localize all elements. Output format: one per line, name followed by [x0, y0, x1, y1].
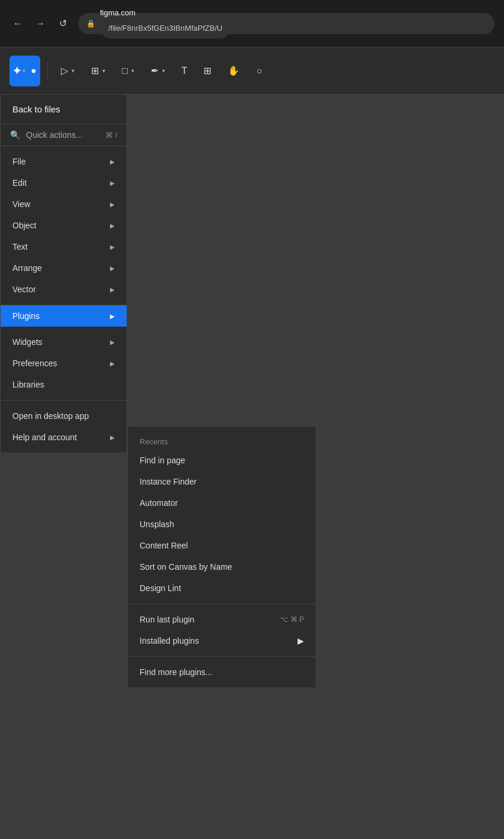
sort-canvas-label: Sort on Canvas by Name: [140, 562, 232, 572]
submenu-content-reel[interactable]: Content Reel: [128, 535, 316, 556]
libraries-label: Libraries: [12, 380, 44, 389]
text-tool[interactable]: T: [176, 59, 193, 83]
menu-bottom-section: Widgets ▶ Preferences ▶ Libraries: [1, 327, 127, 401]
back-to-files-item[interactable]: Back to files: [1, 95, 127, 124]
open-desktop-label: Open in desktop app: [12, 411, 89, 421]
menu-item-widgets[interactable]: Widgets ▶: [1, 331, 127, 353]
pen-tool[interactable]: ✒ ▾: [145, 59, 171, 83]
menu-item-object[interactable]: Object ▶: [1, 215, 127, 236]
run-last-section: Run last plugin ⌥ ⌘ P Installed plugins …: [128, 604, 316, 657]
menu-item-libraries[interactable]: Libraries: [1, 374, 127, 395]
hand-tool[interactable]: ✋: [222, 59, 245, 83]
help-account-label: Help and account: [12, 433, 77, 442]
search-icon: 🔍: [10, 130, 20, 140]
shape-icon: □: [122, 66, 128, 76]
menu-item-help-account[interactable]: Help and account ▶: [1, 427, 127, 448]
toolbar-separator: [47, 62, 48, 80]
browser-chrome: ← → ↺ 🔒 figma.com/file/F8nrBx5fGEn3IBnMf…: [0, 0, 504, 47]
submenu-find-in-page[interactable]: Find in page: [128, 450, 316, 471]
select-icon: ▷: [61, 65, 68, 76]
figma-icon: ✦: [12, 64, 21, 78]
view-label: View: [12, 199, 30, 209]
back-to-files-label: Back to files: [12, 104, 60, 114]
shape-chevron: ▾: [131, 67, 134, 74]
main-area: Back to files 🔍 Quick actions... ⌘ / Fil…: [0, 95, 504, 839]
edit-label: Edit: [12, 178, 27, 188]
unsplash-label: Unsplash: [140, 519, 174, 529]
submenu-instance-finder[interactable]: Instance Finder: [128, 471, 316, 492]
submenu-installed-plugins[interactable]: Installed plugins ▶: [128, 630, 316, 651]
automator-label: Automator: [140, 498, 178, 508]
instance-finder-label: Instance Finder: [140, 477, 197, 486]
submenu-find-more[interactable]: Find more plugins...: [128, 661, 316, 683]
text-chevron: ▶: [110, 244, 115, 250]
edit-chevron: ▶: [110, 180, 115, 186]
quick-actions-label: Quick actions...: [26, 130, 99, 140]
submenu-unsplash[interactable]: Unsplash: [128, 514, 316, 535]
arrange-label: Arrange: [12, 263, 42, 273]
quick-actions-search[interactable]: 🔍 Quick actions... ⌘ /: [1, 124, 127, 146]
vector-chevron: ▶: [110, 286, 115, 293]
text-icon: T: [182, 66, 188, 76]
preferences-label: Preferences: [12, 359, 57, 368]
menu-item-view[interactable]: View ▶: [1, 193, 127, 215]
menu-item-file[interactable]: File ▶: [1, 151, 127, 172]
installed-plugins-label: Installed plugins: [140, 636, 199, 646]
content-reel-label: Content Reel: [140, 541, 188, 550]
run-last-label: Run last plugin: [140, 615, 195, 624]
submenu-sort-canvas[interactable]: Sort on Canvas by Name: [128, 556, 316, 577]
plugins-chevron: ▶: [110, 313, 115, 320]
submenu-design-lint[interactable]: Design Lint: [128, 577, 316, 599]
frame-tool[interactable]: ⊞ ▾: [85, 59, 111, 83]
pen-chevron: ▾: [162, 67, 165, 74]
address-bar[interactable]: 🔒 figma.com/file/F8nrBx5fGEn3IBnMfaPfZB/…: [78, 13, 495, 34]
find-in-page-label: Find in page: [140, 456, 185, 465]
url-path: /file/F8nrBx5fGEn3IBnMfaPfZB/U: [100, 17, 231, 38]
text-label: Text: [12, 242, 28, 251]
forward-button[interactable]: →: [32, 15, 49, 32]
submenu-run-last-plugin[interactable]: Run last plugin ⌥ ⌘ P: [128, 609, 316, 630]
design-lint-label: Design Lint: [140, 583, 181, 593]
comment-icon: ○: [256, 66, 262, 76]
lock-icon: 🔒: [86, 20, 95, 28]
quick-actions-shortcut: ⌘ /: [105, 131, 117, 140]
frame-chevron: ▾: [102, 67, 105, 74]
figma-logo-button[interactable]: ✦ ▾: [9, 56, 40, 86]
widgets-label: Widgets: [12, 337, 43, 347]
shape-tool[interactable]: □ ▾: [116, 59, 140, 83]
recents-label: Recents: [128, 431, 316, 450]
installed-plugins-chevron: ▶: [298, 636, 304, 646]
main-menu: Back to files 🔍 Quick actions... ⌘ / Fil…: [0, 95, 127, 453]
menu-footer: Open in desktop app Help and account ▶: [1, 401, 127, 453]
object-label: Object: [12, 221, 36, 230]
recents-section: Recents Find in page Instance Finder Aut…: [128, 427, 316, 604]
select-tool[interactable]: ▷ ▾: [55, 59, 80, 83]
menu-item-edit[interactable]: Edit ▶: [1, 172, 127, 193]
file-chevron: ▶: [110, 159, 115, 165]
menu-item-arrange[interactable]: Arrange ▶: [1, 257, 127, 279]
object-chevron: ▶: [110, 222, 115, 229]
refresh-button[interactable]: ↺: [54, 15, 71, 32]
frame-icon: ⊞: [91, 65, 99, 76]
view-chevron: ▶: [110, 201, 115, 208]
url-display: figma.com/file/F8nrBx5fGEn3IBnMfaPfZB/U: [100, 8, 231, 38]
menu-item-plugins[interactable]: Plugins ▶: [1, 305, 127, 327]
menu-item-text[interactable]: Text ▶: [1, 236, 127, 257]
components-tool[interactable]: ⊞: [198, 59, 217, 83]
menu-item-preferences[interactable]: Preferences ▶: [1, 353, 127, 374]
menu-item-vector[interactable]: Vector ▶: [1, 279, 127, 300]
browser-nav: ← → ↺: [9, 15, 71, 32]
url-base: figma.com: [100, 8, 135, 17]
file-label: File: [12, 157, 26, 166]
menu-item-open-desktop[interactable]: Open in desktop app: [1, 405, 127, 427]
comment-tool[interactable]: ○: [250, 59, 268, 83]
widgets-chevron: ▶: [110, 339, 115, 346]
run-last-shortcut: ⌥ ⌘ P: [280, 615, 304, 624]
figma-toolbar: ✦ ▾ ▷ ▾ ⊞ ▾ □ ▾ ✒ ▾ T ⊞ ✋ ○: [0, 47, 504, 95]
arrange-chevron: ▶: [110, 265, 115, 272]
figma-menu-chevron: ▾: [22, 67, 25, 74]
preferences-chevron: ▶: [110, 360, 115, 367]
submenu-automator[interactable]: Automator: [128, 492, 316, 514]
back-button[interactable]: ←: [9, 15, 26, 32]
vector-label: Vector: [12, 285, 36, 294]
